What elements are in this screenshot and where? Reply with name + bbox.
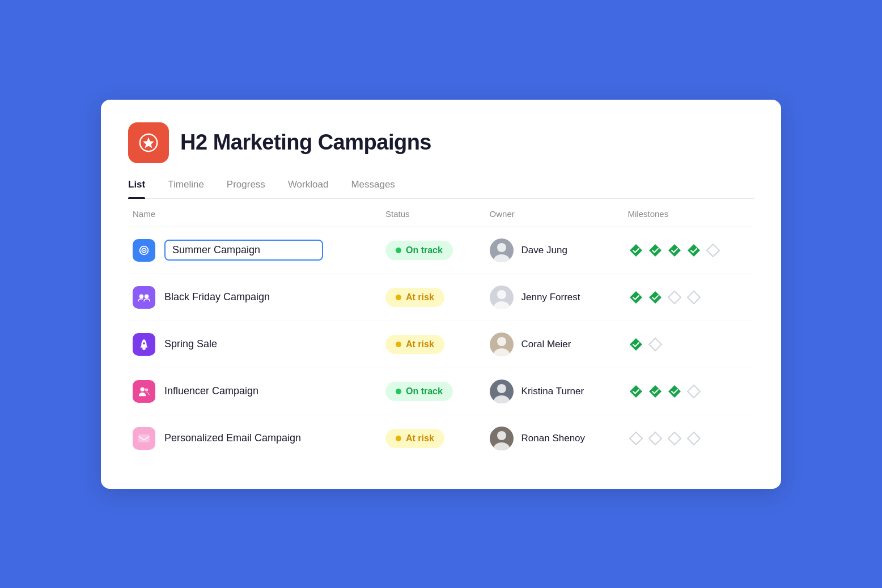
status-dot [396,342,401,347]
svg-point-6 [494,254,510,262]
milestone-4 [686,242,702,258]
table-row: On track Dave Jung [128,227,754,274]
tab-list[interactable]: List [128,179,145,198]
status-badge: At risk [385,429,444,448]
name-input[interactable] [164,240,323,261]
owner-cell: Coral Meier [481,321,619,368]
milestone-1 [628,431,644,446]
owner-name: Dave Jung [521,245,567,256]
status-badge: At risk [385,335,444,354]
col-status: Status [376,199,481,227]
tab-bar: List Timeline Progress Workload Messages [128,179,754,199]
svg-point-10 [494,301,510,309]
tab-workload[interactable]: Workload [288,179,329,198]
col-name: Name [128,199,376,227]
svg-marker-1 [143,137,154,148]
owner-cell: Ronan Shenoy [481,415,619,462]
page-header: H2 Marketing Campaigns [128,122,754,163]
milestone-3 [667,431,682,446]
milestone-3 [667,242,682,258]
milestone-4 [686,431,702,446]
milestone-2 [647,431,663,446]
owner-name: Coral Meier [521,339,571,350]
table-row: Personalized Email Campaign At risk Rona… [128,415,754,462]
tab-messages[interactable]: Messages [351,179,395,198]
main-card: H2 Marketing Campaigns List Timeline Pro… [101,100,781,489]
name-container: Personalized Email Campaign [133,427,367,450]
milestones-cell [619,274,754,321]
name-cell: Spring Sale [128,321,376,368]
svg-point-13 [494,348,510,356]
milestones-cell [619,368,754,415]
name-cell: Personalized Email Campaign [128,415,376,462]
milestones-container [628,242,745,258]
project-icon [133,427,155,450]
col-milestones: Milestones [619,199,754,227]
svg-point-15 [145,388,149,391]
status-badge: At risk [385,288,444,307]
milestone-1 [628,336,644,352]
svg-point-17 [494,395,510,403]
campaigns-table: Name Status Owner Milestones On track Da… [128,199,754,462]
project-icon [133,380,155,403]
app-logo [128,122,169,163]
milestone-4 [686,384,702,399]
milestone-2 [647,289,663,305]
owner-container: Ronan Shenoy [490,427,610,450]
milestone-3 [667,289,682,305]
status-cell: At risk [376,415,481,462]
milestone-5 [705,242,721,258]
owner-container: Jenny Forrest [490,286,610,309]
page-title: H2 Marketing Campaigns [180,130,431,155]
svg-point-4 [143,249,145,251]
milestone-2 [647,242,663,258]
table-row: Spring Sale At risk Coral Meier [128,321,754,368]
milestone-2 [647,384,663,399]
status-badge: On track [385,382,453,401]
project-name: Spring Sale [164,338,217,350]
status-cell: At risk [376,274,481,321]
col-owner: Owner [481,199,619,227]
svg-point-16 [497,384,506,393]
name-cell: Black Friday Campaign [128,274,376,321]
milestones-cell [619,227,754,274]
owner-name: Jenny Forrest [521,292,580,303]
svg-point-12 [497,337,506,346]
owner-name: Ronan Shenoy [521,433,585,444]
owner-container: Coral Meier [490,333,610,356]
owner-cell: Dave Jung [481,227,619,274]
project-name: Influencer Campaign [164,385,258,397]
milestone-1 [628,384,644,399]
svg-point-14 [141,387,145,391]
milestone-3 [667,384,682,399]
svg-rect-18 [139,434,149,442]
status-cell: On track [376,227,481,274]
status-cell: On track [376,368,481,415]
svg-point-20 [494,442,510,450]
milestone-2 [647,336,663,352]
owner-container: Dave Jung [490,238,610,262]
milestone-1 [628,242,644,258]
svg-point-11 [143,342,145,344]
status-badge: On track [385,241,453,260]
name-container: Black Friday Campaign [133,286,367,309]
milestones-container [628,289,745,305]
status-dot [396,436,401,441]
name-cell: Influencer Campaign [128,368,376,415]
status-dot [396,389,401,394]
milestones-container [628,336,745,352]
owner-name: Kristina Turner [521,386,584,397]
owner-cell: Jenny Forrest [481,274,619,321]
project-name: Black Friday Campaign [164,291,270,303]
tab-progress[interactable]: Progress [227,179,265,198]
project-icon [133,286,155,309]
project-icon [133,239,155,262]
name-container: Spring Sale [133,333,367,356]
table-row: Black Friday Campaign At risk Jenny Forr… [128,274,754,321]
svg-point-5 [497,243,506,252]
tab-timeline[interactable]: Timeline [168,179,204,198]
name-cell [128,227,376,274]
svg-point-9 [497,290,506,299]
status-dot [396,295,401,300]
milestones-container [628,431,745,446]
